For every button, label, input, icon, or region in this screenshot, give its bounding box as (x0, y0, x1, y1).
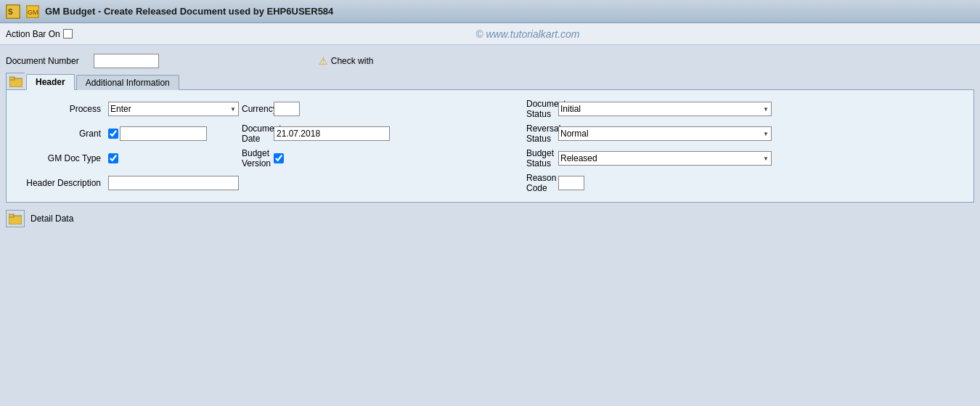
tab-additional-information[interactable]: Additional Information (76, 75, 179, 90)
gm-doc-type-label: GM Doc Type (18, 153, 105, 163)
tab-row: Header Additional Information (6, 73, 974, 90)
budget-status-select[interactable]: Released Initial Normal (558, 151, 772, 166)
process-label: Process (18, 104, 105, 114)
sap-icon: S (6, 4, 20, 19)
budget-status-select-wrapper[interactable]: Released Initial Normal (558, 151, 772, 166)
action-bar-label: Action Bar On (6, 29, 60, 39)
warning-icon: ⚠ (319, 55, 328, 67)
budget-version-field (274, 153, 390, 163)
detail-label: Detail Data (30, 214, 73, 224)
check-with-section: ⚠ Check with (319, 55, 374, 67)
grant-checkbox[interactable] (108, 129, 118, 139)
reversal-status-select-wrapper[interactable]: Normal Initial Released (558, 126, 772, 141)
document-number-label: Document Number (6, 56, 79, 66)
header-form: Process Enter Post Release Currency Docu… (18, 99, 962, 193)
gm-doc-type-field (108, 153, 239, 163)
reversal-status-select[interactable]: Normal Initial Released (558, 126, 772, 141)
reason-code-label: Reason Code (526, 173, 555, 193)
document-status-label: Document Status (526, 99, 555, 119)
grant-label: Grant (18, 129, 105, 139)
svg-text:S: S (8, 8, 13, 16)
document-status-select-wrapper[interactable]: Initial Normal Released (558, 102, 772, 116)
budget-version-checkbox[interactable] (274, 153, 284, 163)
document-date-input[interactable] (274, 126, 390, 141)
process-select[interactable]: Enter Post Release (108, 102, 239, 116)
document-status-select[interactable]: Initial Normal Released (558, 102, 772, 116)
grant-field (108, 126, 239, 141)
svg-text:GM: GM (28, 9, 38, 16)
tab-header[interactable]: Header (26, 74, 75, 90)
header-folder-button[interactable] (6, 73, 25, 90)
check-with-label: Check with (331, 56, 374, 66)
grant-input[interactable] (120, 126, 207, 141)
currency-label: Currency (242, 104, 271, 114)
toolbar: Action Bar On © www.tutorialkart.com (0, 23, 980, 45)
header-panel: Process Enter Post Release Currency Docu… (6, 89, 974, 203)
watermark: © www.tutorialkart.com (81, 28, 974, 40)
gm-doc-type-checkbox[interactable] (108, 153, 118, 163)
svg-rect-7 (9, 214, 14, 217)
currency-input[interactable] (274, 102, 300, 116)
document-number-input[interactable] (94, 54, 159, 68)
budget-status-label: Budget Status (526, 148, 555, 169)
document-date-label: Document Date (242, 123, 271, 144)
reversal-status-label: Reversal Status (526, 123, 555, 144)
action-bar-checkbox[interactable] (63, 29, 73, 38)
title-bar: S GM GM Budget - Create Released Documen… (0, 0, 980, 23)
detail-section: Detail Data (6, 210, 974, 227)
main-content: Document Number ⚠ Check with Header Addi… (0, 45, 980, 232)
document-number-row: Document Number ⚠ Check with (6, 49, 974, 73)
process-select-wrapper[interactable]: Enter Post Release (108, 102, 239, 116)
svg-rect-5 (9, 77, 15, 80)
header-description-input[interactable] (108, 176, 239, 190)
budget-version-label: Budget Version (242, 148, 271, 169)
page-title: GM Budget - Create Released Document use… (45, 6, 333, 17)
app-logo: GM (26, 5, 39, 18)
header-description-label: Header Description (18, 178, 105, 188)
reason-code-input[interactable] (558, 176, 584, 190)
detail-folder-button[interactable] (6, 210, 25, 227)
action-bar-toggle[interactable]: Action Bar On (6, 29, 73, 39)
